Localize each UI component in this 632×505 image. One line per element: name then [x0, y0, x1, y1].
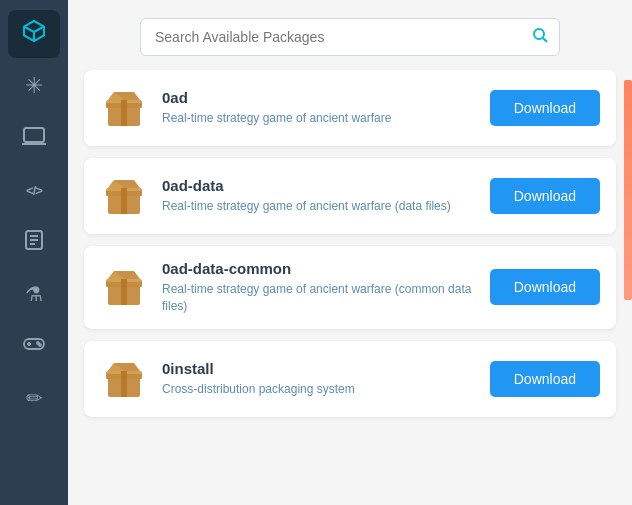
book-icon	[23, 229, 45, 256]
search-area	[68, 0, 632, 70]
package-info: 0ad Real-time strategy game of ancient w…	[162, 89, 478, 127]
package-icon	[100, 263, 148, 311]
sidebar-item-laptop[interactable]	[8, 114, 60, 162]
package-info: 0ad-data-common Real-time strategy game …	[162, 260, 478, 315]
package-card: 0ad-data-common Real-time strategy game …	[84, 246, 616, 329]
laptop-icon	[22, 124, 46, 153]
svg-rect-30	[106, 374, 142, 379]
sidebar-item-asterisk[interactable]: ✳	[8, 62, 60, 110]
search-input[interactable]	[140, 18, 560, 56]
sidebar-item-flask[interactable]: ⚗	[8, 270, 60, 318]
asterisk-icon: ✳	[25, 73, 43, 99]
download-button[interactable]: Download	[490, 178, 600, 214]
download-button[interactable]: Download	[490, 269, 600, 305]
main-content: 0ad Real-time strategy game of ancient w…	[68, 0, 632, 505]
sidebar-item-book[interactable]	[8, 218, 60, 266]
package-description: Real-time strategy game of ancient warfa…	[162, 110, 478, 127]
code-icon: </>	[26, 183, 42, 198]
package-card: 0ad-data Real-time strategy game of anci…	[84, 158, 616, 234]
flask-icon: ⚗	[25, 282, 43, 306]
package-card: 0install Cross-distribution packaging sy…	[84, 341, 616, 417]
svg-rect-18	[106, 103, 142, 108]
cube-icon	[21, 18, 47, 50]
svg-rect-22	[106, 191, 142, 196]
package-info: 0install Cross-distribution packaging sy…	[162, 360, 478, 398]
sidebar-item-gamepad[interactable]	[8, 322, 60, 370]
download-button[interactable]: Download	[490, 361, 600, 397]
package-name: 0ad-data-common	[162, 260, 478, 277]
package-name: 0install	[162, 360, 478, 377]
package-description: Real-time strategy game of ancient warfa…	[162, 198, 478, 215]
download-button[interactable]: Download	[490, 90, 600, 126]
package-description: Real-time strategy game of ancient warfa…	[162, 281, 478, 315]
sidebar-item-code[interactable]: </>	[8, 166, 60, 214]
svg-rect-2	[24, 128, 44, 142]
package-icon	[100, 355, 148, 403]
scroll-indicator	[624, 80, 632, 300]
svg-point-12	[39, 344, 41, 346]
package-name: 0ad	[162, 89, 478, 106]
sidebar-item-cube[interactable]	[8, 10, 60, 58]
svg-rect-26	[106, 282, 142, 287]
pen-icon: ✏	[26, 386, 43, 410]
package-card: 0ad Real-time strategy game of ancient w…	[84, 70, 616, 146]
sidebar: ✳ </> ⚗	[0, 0, 68, 505]
sidebar-item-pen[interactable]: ✏	[8, 374, 60, 422]
search-wrapper	[140, 18, 560, 56]
package-icon	[100, 172, 148, 220]
package-list: 0ad Real-time strategy game of ancient w…	[68, 70, 632, 505]
package-icon	[100, 84, 148, 132]
package-description: Cross-distribution packaging system	[162, 381, 478, 398]
package-name: 0ad-data	[162, 177, 478, 194]
gamepad-icon	[22, 335, 46, 358]
package-info: 0ad-data Real-time strategy game of anci…	[162, 177, 478, 215]
